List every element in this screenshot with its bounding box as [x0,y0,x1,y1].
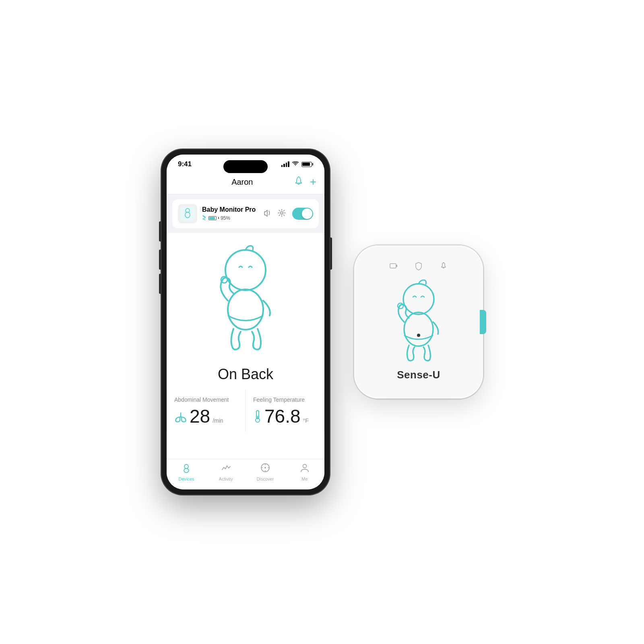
device-bell-icon [439,262,448,273]
svg-point-18 [303,464,307,468]
stat-number-movement: 28 [190,407,210,425]
svg-point-13 [264,467,266,469]
stat-unit-movement: /min [213,417,223,424]
tab-discover-label: Discover [257,477,274,481]
sense-u-label: Sense-U [397,369,440,381]
scene: 9:41 [161,149,483,495]
app-content: On Back Abdominal Movement [167,233,324,459]
signal-bars-icon [281,161,289,167]
lungs-icon [174,411,187,425]
status-time: 9:41 [178,160,192,168]
stat-number-temp: 76.8 [264,407,301,425]
tab-discover-icon [260,462,270,475]
sense-u-device: Sense-U [354,246,483,398]
tab-devices-icon [181,462,192,475]
dynamic-island [223,160,268,173]
svg-point-10 [184,464,188,469]
tab-devices-label: Devices [178,477,194,481]
stat-unit-temp: °F [303,417,309,424]
svg-point-4 [225,250,266,290]
svg-rect-19 [390,264,396,268]
status-icons [281,161,314,167]
phone: 9:41 [161,149,330,495]
stat-value-temp: 76.8 °F [253,407,317,425]
svg-rect-20 [396,265,397,267]
svg-point-5 [228,289,263,330]
add-icon[interactable]: + [310,175,316,188]
device-name: Baby Monitor Pro [202,206,258,213]
svg-point-11 [184,469,189,473]
device-toggle[interactable] [292,208,313,220]
stats-row: Abdominal Movement 28 /min [167,390,324,432]
bell-icon[interactable] [294,176,303,188]
tab-devices[interactable]: Devices [167,462,206,481]
app-header: Aaron + [167,171,324,194]
device-shield-icon [414,262,423,273]
position-label: On Back [218,366,273,383]
svg-point-3 [281,212,283,214]
tab-me-icon [299,462,310,475]
tab-bar[interactable]: Devices Activity [167,459,324,489]
status-bar: 9:41 [167,155,324,171]
device-info: Baby Monitor Pro 95% [202,206,258,221]
header-actions[interactable]: + [294,175,316,188]
bluetooth-icon [202,215,206,221]
wifi-icon [292,161,299,167]
device-top-icons [389,262,448,273]
tab-me[interactable]: Me [285,462,324,481]
svg-point-21 [403,284,434,314]
thermometer-icon [253,410,262,425]
tab-discover[interactable]: Discover [246,462,285,481]
tab-me-label: Me [301,477,308,481]
tab-activity-label: Activity [219,477,233,481]
stat-card-movement: Abdominal Movement 28 /min [167,390,245,432]
stat-label-temp: Feeling Temperature [253,396,317,403]
header-title: Aaron [231,178,253,187]
tab-activity[interactable]: Activity [206,462,246,481]
device-status: 95% [202,215,258,221]
stat-label-movement: Abdominal Movement [174,396,238,403]
device-baby-illustration [378,277,459,365]
device-actions[interactable] [263,208,313,220]
tab-activity-icon [221,462,231,475]
baby-illustration [197,241,294,362]
device-battery-icon [389,262,398,273]
svg-point-24 [417,334,420,337]
device-battery: 95% [208,215,230,221]
device-card: Baby Monitor Pro 95% [172,199,319,228]
settings-icon[interactable] [278,209,286,219]
battery-percentage: 95% [221,215,230,221]
stat-value-movement: 28 /min [174,407,238,425]
device-avatar [178,204,197,223]
battery-icon [301,162,314,167]
volume-icon[interactable] [263,209,271,219]
stat-card-temp: Feeling Temperature 76.8 °F [246,390,324,432]
